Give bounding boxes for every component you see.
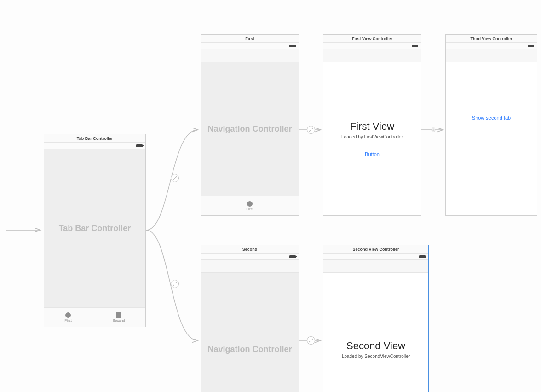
navigation-bar <box>201 49 299 62</box>
scene-title: Third View Controller <box>446 35 537 43</box>
segue-badge-root[interactable] <box>307 336 315 345</box>
view-subtitle: Loaded by FirstViewController <box>341 134 403 139</box>
circle-icon <box>247 201 253 207</box>
view-heading: First View <box>350 121 394 133</box>
scene-title: Second View Controller <box>323 245 428 254</box>
battery-icon <box>528 45 534 47</box>
placeholder-label: Navigation Controller <box>207 345 292 354</box>
view-subtitle: Loaded by SecondViewController <box>342 354 410 359</box>
circle-icon <box>65 312 71 318</box>
battery-icon <box>419 255 426 258</box>
tab-item-first[interactable]: First <box>246 201 253 211</box>
svg-point-8 <box>173 285 174 286</box>
tab-label: First <box>246 207 253 211</box>
navigation-bar <box>323 49 421 62</box>
placeholder-label: Navigation Controller <box>207 124 292 134</box>
show-second-tab-button[interactable]: Show second tab <box>472 115 511 121</box>
button[interactable]: Button <box>365 151 380 157</box>
status-bar <box>201 254 299 260</box>
navigation-bar <box>446 49 537 62</box>
svg-point-14 <box>309 341 310 342</box>
svg-point-6 <box>176 176 177 177</box>
scene-third-view-controller[interactable]: Third View Controller Show second tab <box>445 34 537 216</box>
scene-body: Tab Bar Controller <box>44 149 145 307</box>
scene-title: First <box>201 35 299 43</box>
navigation-bar <box>323 260 428 273</box>
scene-first-view-controller[interactable]: First View Controller First View Loaded … <box>323 34 421 216</box>
tab-label: Second <box>113 318 125 323</box>
svg-point-15 <box>312 339 313 340</box>
tab-bar: First Second <box>44 307 145 327</box>
scene-body: Show second tab <box>446 62 537 215</box>
scene-title: Second <box>201 245 299 254</box>
navigation-bar <box>201 260 299 273</box>
tab-item-first[interactable]: First <box>64 312 72 323</box>
svg-point-12 <box>312 128 313 129</box>
status-bar <box>201 43 299 49</box>
scene-title: Tab Bar Controller <box>44 134 145 143</box>
segue-badge-relationship[interactable] <box>171 280 179 288</box>
svg-point-11 <box>309 131 310 132</box>
status-bar <box>44 143 145 149</box>
svg-point-9 <box>176 282 177 283</box>
tab-item-second[interactable]: Second <box>113 312 125 323</box>
battery-icon <box>289 255 296 258</box>
scene-body: Second View Loaded by SecondViewControll… <box>323 273 428 392</box>
status-bar <box>323 254 428 260</box>
scene-second-view-controller[interactable]: Second View Controller Second View Loade… <box>323 245 429 392</box>
placeholder-label: Tab Bar Controller <box>59 224 131 233</box>
scene-body: First View Loaded by FirstViewController… <box>323 62 421 215</box>
battery-icon <box>136 144 143 147</box>
segue-badge-root[interactable] <box>307 126 315 134</box>
battery-icon <box>412 45 418 47</box>
svg-marker-16 <box>432 128 436 132</box>
segue-badge-relationship[interactable] <box>171 174 179 182</box>
scene-title: First View Controller <box>323 35 421 43</box>
square-icon <box>116 312 121 318</box>
tab-bar: First <box>201 196 299 215</box>
status-bar <box>323 43 421 49</box>
scene-nav-controller-second[interactable]: Second Navigation Controller <box>201 245 299 392</box>
tab-label: First <box>64 318 72 323</box>
svg-point-5 <box>173 179 174 180</box>
scene-nav-controller-first[interactable]: First Navigation Controller First <box>201 34 299 216</box>
view-heading: Second View <box>346 340 405 352</box>
battery-icon <box>289 45 296 47</box>
scene-body: Navigation Controller <box>201 273 299 392</box>
segue-badge-show[interactable] <box>429 125 438 134</box>
scene-body: Navigation Controller <box>201 62 299 196</box>
scene-tab-bar-controller[interactable]: Tab Bar Controller Tab Bar Controller Fi… <box>44 134 146 327</box>
status-bar <box>446 43 537 49</box>
